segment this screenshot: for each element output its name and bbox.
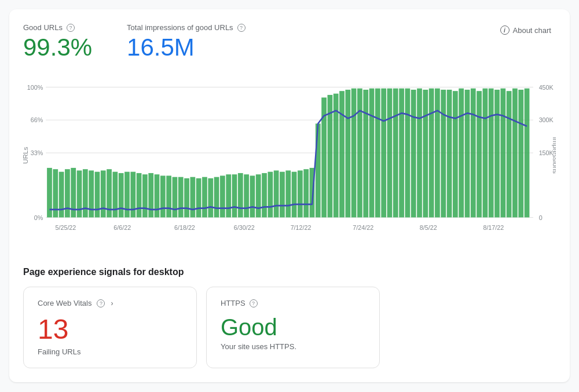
svg-rect-34	[166, 176, 171, 218]
svg-rect-86	[477, 91, 482, 217]
section-title: Page experience signals for desktop	[23, 267, 556, 277]
svg-rect-90	[500, 89, 505, 218]
about-chart-button[interactable]: i About chart	[496, 23, 556, 37]
good-urls-help-icon[interactable]: ?	[67, 24, 75, 32]
svg-rect-89	[494, 90, 500, 218]
svg-rect-54	[285, 171, 291, 218]
total-impressions-help-icon[interactable]: ?	[237, 24, 245, 32]
https-card: HTTPS ? Good Your site uses HTTPS.	[206, 287, 380, 368]
good-urls-value: 99.3%	[23, 34, 92, 61]
svg-rect-73	[399, 89, 404, 218]
svg-rect-55	[292, 172, 297, 218]
core-web-vitals-link[interactable]: Core Web Vitals ? ›	[38, 299, 113, 307]
svg-rect-44	[226, 174, 231, 217]
svg-rect-67	[363, 90, 368, 218]
info-icon: i	[500, 25, 510, 35]
svg-rect-27	[124, 172, 130, 218]
metrics-row: Good URLs ? 99.3% Total impressions of g…	[23, 23, 556, 61]
https-label: HTTPS ?	[221, 299, 365, 307]
svg-rect-85	[471, 89, 476, 218]
svg-rect-64	[345, 90, 350, 218]
svg-rect-92	[512, 89, 518, 218]
svg-text:0%: 0%	[34, 214, 43, 221]
svg-rect-88	[489, 89, 494, 218]
svg-rect-94	[525, 89, 530, 218]
svg-rect-38	[190, 177, 195, 218]
chevron-right-icon: ›	[111, 299, 113, 307]
svg-rect-63	[339, 91, 345, 217]
svg-text:6/6/22: 6/6/22	[113, 224, 131, 232]
svg-rect-65	[351, 89, 357, 218]
svg-text:0: 0	[539, 214, 543, 221]
core-web-vitals-card: Core Web Vitals ? › 13 Failing URLs	[23, 287, 197, 368]
svg-text:450K: 450K	[539, 83, 554, 91]
svg-rect-51	[267, 172, 273, 218]
https-value: Good	[221, 314, 365, 340]
svg-rect-87	[483, 89, 488, 218]
svg-rect-68	[369, 89, 375, 218]
svg-rect-48	[250, 176, 255, 218]
svg-text:8/5/22: 8/5/22	[420, 224, 437, 232]
svg-rect-47	[244, 174, 249, 217]
svg-rect-20	[83, 169, 88, 217]
https-help-icon[interactable]: ?	[250, 299, 258, 307]
svg-rect-17	[65, 169, 70, 217]
total-impressions-label: Total impressions of good URLs ?	[127, 23, 245, 32]
svg-rect-71	[387, 89, 393, 218]
good-urls-label: Good URLs ?	[23, 23, 92, 32]
svg-text:100%: 100%	[27, 83, 43, 91]
svg-rect-23	[101, 171, 106, 218]
svg-rect-66	[357, 89, 362, 218]
svg-rect-46	[238, 173, 243, 218]
core-web-vitals-help-icon[interactable]: ?	[97, 299, 105, 307]
svg-text:7/24/22: 7/24/22	[353, 224, 373, 232]
svg-rect-84	[465, 90, 470, 218]
core-web-vitals-label: Core Web Vitals ? ›	[38, 299, 182, 307]
svg-rect-59	[316, 124, 321, 218]
svg-text:5/25/22: 5/25/22	[55, 224, 76, 232]
svg-rect-42	[214, 177, 219, 218]
svg-rect-52	[274, 171, 279, 218]
svg-text:66%: 66%	[31, 116, 43, 124]
core-web-vitals-sub: Failing URLs	[38, 347, 182, 356]
svg-text:8/17/22: 8/17/22	[483, 224, 504, 232]
svg-text:6/18/22: 6/18/22	[174, 224, 195, 232]
svg-rect-57	[303, 169, 309, 217]
svg-rect-26	[119, 173, 124, 218]
svg-rect-50	[262, 173, 267, 218]
svg-rect-16	[59, 172, 64, 218]
total-impressions-metric: Total impressions of good URLs ? 16.5M	[127, 23, 245, 61]
chart-area: 100% 66% 33% 0% URLs 450K 300K 150K 0 Im…	[23, 75, 556, 248]
svg-rect-49	[256, 174, 261, 217]
svg-rect-33	[160, 176, 166, 218]
svg-rect-29	[137, 173, 142, 218]
svg-rect-74	[405, 89, 411, 218]
https-sub: Your site uses HTTPS.	[221, 342, 365, 351]
svg-rect-21	[89, 171, 94, 218]
svg-text:7/12/22: 7/12/22	[291, 224, 312, 232]
chart-svg: 100% 66% 33% 0% URLs 450K 300K 150K 0 Im…	[23, 75, 556, 248]
svg-rect-72	[393, 89, 398, 218]
svg-rect-82	[453, 91, 458, 217]
svg-text:300K: 300K	[539, 116, 554, 124]
svg-rect-80	[441, 90, 446, 218]
svg-text:URLs: URLs	[23, 146, 29, 164]
svg-rect-31	[148, 173, 153, 218]
svg-rect-53	[280, 172, 285, 218]
svg-rect-45	[232, 174, 237, 217]
svg-rect-79	[435, 89, 440, 218]
svg-rect-76	[417, 89, 422, 218]
svg-rect-22	[95, 172, 100, 218]
good-urls-metric: Good URLs ? 99.3%	[23, 23, 92, 61]
core-web-vitals-value: 13	[38, 314, 182, 345]
cards-row: Core Web Vitals ? › 13 Failing URLs HTTP…	[23, 287, 556, 368]
svg-rect-69	[375, 89, 380, 218]
svg-rect-40	[202, 177, 207, 218]
svg-rect-28	[130, 172, 135, 218]
svg-rect-43	[220, 176, 225, 218]
svg-rect-83	[459, 89, 464, 218]
svg-rect-35	[173, 177, 178, 218]
svg-text:33%: 33%	[31, 149, 43, 157]
svg-rect-91	[507, 91, 512, 217]
svg-text:6/30/22: 6/30/22	[234, 224, 255, 232]
